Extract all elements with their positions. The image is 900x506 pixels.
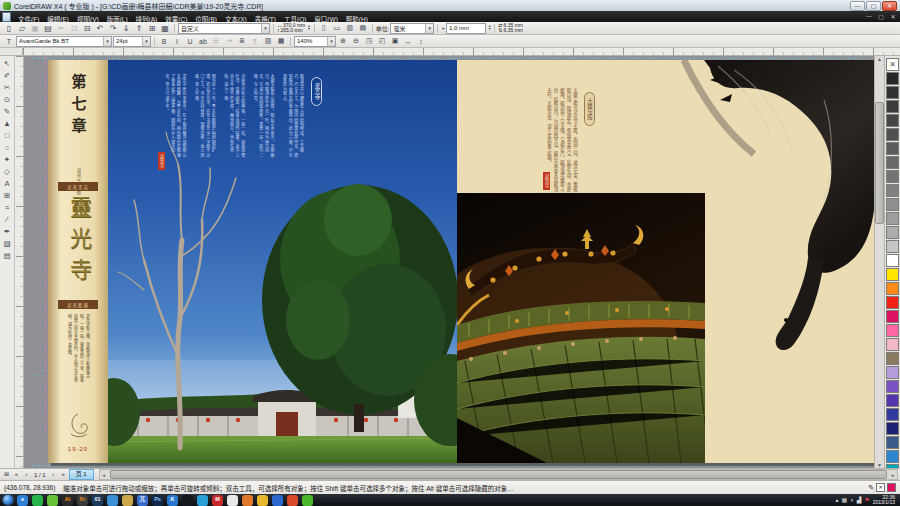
color-swatch[interactable] [886, 380, 899, 393]
zoom-level-combobox[interactable]: 140%▾ [294, 36, 336, 47]
cut-button[interactable]: ✂ [55, 23, 67, 34]
zoom-selected-button[interactable]: ◳ [363, 36, 375, 47]
print-button[interactable]: ▤ [42, 23, 54, 34]
office-01-icon[interactable]: 01 [92, 495, 103, 506]
vertical-scroll-thumb[interactable] [875, 102, 884, 224]
taskbar-clock[interactable]: 22:36 2013/1/13 [873, 495, 897, 506]
pick-tool[interactable]: ↖ [1, 57, 13, 69]
color-swatch[interactable] [886, 296, 899, 309]
volume-icon[interactable]: ◖ [850, 497, 854, 503]
tencent-qq-icon[interactable] [182, 495, 193, 506]
close-button[interactable]: ✕ [882, 1, 897, 11]
alignment-button[interactable]: ≣ [236, 36, 248, 47]
color-swatch[interactable] [886, 100, 899, 113]
doc-restore-button[interactable]: ▢ [876, 13, 886, 20]
welcome-screen-button[interactable]: ▦ [159, 23, 171, 34]
color-swatch[interactable] [886, 128, 899, 141]
color-swatch[interactable] [886, 366, 899, 379]
doc-close-button[interactable]: ✕ [888, 13, 898, 20]
color-swatch[interactable] [886, 450, 899, 463]
m-app-icon[interactable]: M [212, 495, 223, 506]
color-swatch[interactable] [886, 310, 899, 323]
color-swatch[interactable] [886, 352, 899, 365]
units-combobox[interactable]: 毫米▾ [390, 23, 434, 34]
table-tool[interactable]: ⊞ [1, 189, 13, 201]
network-globe-icon[interactable] [272, 495, 283, 506]
color-swatch[interactable] [886, 282, 899, 295]
kugou-music-icon[interactable]: K [167, 495, 178, 506]
color-swatch[interactable] [886, 184, 899, 197]
zoom-page-button[interactable]: ▣ [389, 36, 401, 47]
zoom-all-objects-button[interactable]: ◰ [376, 36, 388, 47]
new-button[interactable]: ▯ [3, 23, 15, 34]
page-tab[interactable]: 页 1 [69, 469, 94, 480]
horizontal-ruler[interactable] [23, 48, 900, 56]
bold-button[interactable]: B [158, 36, 170, 47]
green-sprite-icon[interactable] [302, 495, 313, 506]
basic-shapes-tool[interactable]: ◇ [1, 165, 13, 177]
undo-button[interactable]: ↶ [94, 23, 106, 34]
color-swatch[interactable] [886, 170, 899, 183]
paper-size-stepper[interactable]: ▲▼ [307, 25, 310, 31]
doc-minimize-button[interactable]: — [864, 13, 874, 20]
text-frame-button[interactable]: ▦ [275, 36, 287, 47]
color-swatch[interactable] [886, 198, 899, 211]
freehand-tool[interactable]: ✎ [1, 105, 13, 117]
first-page-button[interactable]: « [12, 470, 21, 479]
add-page-button[interactable]: ⊞ [2, 470, 11, 479]
color-swatch[interactable] [886, 86, 899, 99]
font-size-combobox[interactable]: 24pt▾ [113, 36, 151, 47]
interactive-fill-tool[interactable]: ▤ [1, 249, 13, 261]
color-swatch[interactable] [886, 240, 899, 253]
scroll-left-icon[interactable]: ◂ [100, 472, 108, 478]
current-page-button[interactable]: ▤ [357, 23, 369, 34]
zoom-in-button[interactable]: ⊕ [337, 36, 349, 47]
nudge-field[interactable]: 1.0 mm [446, 23, 486, 34]
text-tool[interactable]: A [1, 177, 13, 189]
italic-button[interactable]: I [171, 36, 183, 47]
previous-page-button[interactable]: ‹ [22, 470, 31, 479]
internet-explorer-icon[interactable]: e [17, 495, 28, 506]
horizontal-scrollbar[interactable]: ◂ ▸ [99, 469, 898, 480]
color-swatch[interactable] [886, 226, 899, 239]
ellipse-tool[interactable]: ○ [1, 141, 13, 153]
color-swatch[interactable] [886, 394, 899, 407]
horizontal-scroll-thumb[interactable] [110, 470, 887, 479]
color-swatch[interactable] [886, 114, 899, 127]
file-manager-icon[interactable] [122, 495, 133, 506]
color-swatch[interactable] [886, 338, 899, 351]
drawing-canvas[interactable]: 第七章 灵光寺三绝 灵光寺志 靈光寺 灵光胜境 灵光寺有三绝。寺前草坪上有两株古… [24, 56, 874, 468]
ime-indicator-icon[interactable]: ▦ [841, 497, 847, 503]
color-swatch[interactable] [886, 436, 899, 449]
color-swatch[interactable] [886, 254, 899, 267]
smart-fill-tool[interactable]: ▲ [1, 117, 13, 129]
import-button[interactable]: ⇓ [120, 23, 132, 34]
indent-button[interactable]: ⇥ [223, 36, 235, 47]
polygon-tool[interactable]: ✦ [1, 153, 13, 165]
network-icon[interactable]: ▟ [857, 497, 862, 503]
adobe-photoshop-icon[interactable]: Ps [152, 495, 163, 506]
zoom-page-height-button[interactable]: ↕ [415, 36, 427, 47]
vertical-scrollbar[interactable]: ▲ ▼ [874, 56, 884, 468]
color-swatch[interactable] [886, 422, 899, 435]
paper-dimensions[interactable]: ↔370.0 mm ↕265.0 mm [277, 23, 305, 33]
save-button[interactable]: ▣ [29, 23, 41, 34]
nudge-stepper[interactable]: ▲▼ [488, 25, 491, 31]
underline-button[interactable]: U [184, 36, 196, 47]
shape-tool[interactable]: ✐ [1, 69, 13, 81]
thunder-player-icon[interactable] [107, 495, 118, 506]
paste-button[interactable]: ⊟ [81, 23, 93, 34]
zoom-out-button[interactable]: ⊖ [350, 36, 362, 47]
pi-app-icon[interactable]: 兀 [137, 495, 148, 506]
adobe-illustrator-icon[interactable]: Ai [62, 495, 73, 506]
page-size-combobox[interactable]: 自定义▾ [178, 23, 270, 34]
color-swatch[interactable] [886, 268, 899, 281]
color-swatch[interactable] [886, 72, 899, 85]
hidden-icons-chevron[interactable]: ▴ [835, 497, 838, 503]
copy-button[interactable]: ⊡ [68, 23, 80, 34]
vertical-ruler[interactable] [15, 56, 24, 468]
color-swatch[interactable] [886, 324, 899, 337]
qq-xuanfeng-icon[interactable] [47, 495, 58, 506]
color-swatch[interactable] [886, 142, 899, 155]
foxmail-icon[interactable] [242, 495, 253, 506]
